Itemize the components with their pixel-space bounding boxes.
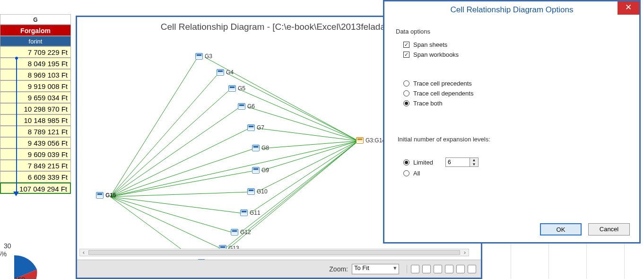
span-workbooks-option[interactable]: Span workbooks xyxy=(396,50,628,60)
node-g15[interactable]: G15 xyxy=(96,192,116,199)
cell-g9[interactable]: 10 148 985 Ft xyxy=(0,114,71,126)
svg-line-27 xyxy=(110,141,358,197)
column-subtitle-forint: forint xyxy=(0,36,71,46)
spreadsheet-column: G Forgalom forint 7 709 229 Ft 8 049 195… xyxy=(0,14,71,194)
trace-dependents-option[interactable]: Trace cell dependents xyxy=(396,88,628,98)
spin-up-icon[interactable]: ▲ xyxy=(470,158,478,162)
node-label: G4 xyxy=(226,69,234,76)
dialog-titlebar[interactable]: Cell Relationship Diagram Options ✕ xyxy=(384,1,639,18)
cancel-button[interactable]: Cancel xyxy=(588,223,630,235)
close-button[interactable]: ✕ xyxy=(618,1,639,15)
node-g10[interactable]: G10 xyxy=(247,188,268,195)
svg-line-13 xyxy=(110,197,221,249)
zoom-select[interactable]: To Fit ▾ xyxy=(352,264,399,274)
trace-precedent-arrowhead xyxy=(13,192,19,196)
svg-line-24 xyxy=(240,141,358,233)
option-label: Limited xyxy=(413,159,433,166)
node-g5[interactable]: G5 xyxy=(228,85,245,92)
cell-g13[interactable]: 7 849 215 Ft xyxy=(0,160,71,171)
zoom-label: Zoom: xyxy=(329,265,348,273)
radio-icon[interactable] xyxy=(403,80,409,87)
cell-icon xyxy=(252,167,260,174)
cell-icon xyxy=(252,145,260,151)
svg-line-9 xyxy=(110,171,254,197)
cell-g15-sum[interactable]: 107 049 294 Ft xyxy=(0,183,71,194)
diagram-toolbar xyxy=(407,265,476,273)
node-g11[interactable]: G11 xyxy=(240,209,261,216)
node-g6[interactable]: G6 xyxy=(238,103,255,110)
diagram-status-bar: Zoom: To Fit ▾ xyxy=(77,260,481,278)
radio-icon[interactable] xyxy=(403,159,409,166)
svg-line-14 xyxy=(110,197,200,253)
cell-g10[interactable]: 8 789 121 Ft xyxy=(0,126,71,137)
svg-line-6 xyxy=(110,107,240,197)
cell-g5[interactable]: 8 969 103 Ft xyxy=(0,69,71,80)
horizontal-scrollbar[interactable]: ‹ › xyxy=(79,249,469,256)
node-label: G12 xyxy=(240,229,251,235)
cell-g11[interactable]: 9 439 056 Ft xyxy=(0,137,71,148)
cell-g7[interactable]: 9 659 034 Ft xyxy=(0,92,71,103)
checkbox-icon[interactable] xyxy=(403,52,409,58)
svg-line-22 xyxy=(257,141,358,192)
tree-icon[interactable] xyxy=(422,265,431,273)
cell-g4[interactable]: 8 049 195 Ft xyxy=(0,58,71,69)
pie-chart-peek: 30 5% 159 xyxy=(0,236,52,279)
cell-g8[interactable]: 10 298 970 Ft xyxy=(0,103,71,114)
node-label: G6 xyxy=(247,103,255,110)
node-g9[interactable]: G9 xyxy=(252,167,269,174)
column-letter[interactable]: G xyxy=(0,14,71,25)
node-range-g3g14[interactable]: G3:G14 xyxy=(356,137,385,144)
node-g4[interactable]: G4 xyxy=(217,69,234,76)
cell-icon xyxy=(238,103,245,110)
dialog-body: Data options Span sheets Span workbooks … xyxy=(384,18,639,188)
span-sheets-option[interactable]: Span sheets xyxy=(396,40,628,50)
cell-icon xyxy=(247,124,255,131)
expansion-level-input[interactable] xyxy=(446,158,470,166)
cell-icon xyxy=(240,209,248,216)
trace-both-option[interactable]: Trace both xyxy=(396,98,628,108)
spin-down-icon[interactable]: ▼ xyxy=(470,162,478,166)
radio-icon[interactable] xyxy=(403,90,409,96)
limited-option[interactable]: Limited ▲ ▼ xyxy=(396,156,628,168)
checkbox-icon[interactable] xyxy=(403,42,409,48)
cell-icon xyxy=(247,188,255,195)
cell-g14[interactable]: 6 609 339 Ft xyxy=(0,171,71,183)
cell-g12[interactable]: 9 609 039 Ft xyxy=(0,148,71,160)
cell-g3[interactable]: 7 709 229 Ft xyxy=(0,46,71,58)
close-icon: ✕ xyxy=(625,3,632,12)
search-icon[interactable] xyxy=(434,265,442,273)
svg-line-20 xyxy=(261,141,358,148)
node-g7[interactable]: G7 xyxy=(247,124,264,131)
option-label: All xyxy=(413,170,420,177)
svg-line-11 xyxy=(110,197,243,213)
node-label: G5 xyxy=(238,85,245,92)
layout-icon[interactable] xyxy=(411,265,419,273)
scroll-right-arrow-icon[interactable]: › xyxy=(461,249,469,256)
refresh-icon[interactable] xyxy=(456,265,465,273)
ok-button[interactable]: OK xyxy=(540,223,582,235)
node-g3[interactable]: G3 xyxy=(195,53,212,60)
svg-text:159: 159 xyxy=(14,276,26,279)
all-option[interactable]: All xyxy=(396,168,628,178)
trace-precedents-option[interactable]: Trace cell precedents xyxy=(396,78,628,88)
scroll-thumb[interactable] xyxy=(88,250,460,255)
expansion-level-spinner[interactable]: ▲ ▼ xyxy=(445,157,479,167)
cell-icon xyxy=(217,69,224,76)
cell-icon xyxy=(231,229,238,235)
node-label: G7 xyxy=(257,124,264,131)
option-label: Trace cell precedents xyxy=(413,80,472,87)
cell-relationship-options-dialog: Cell Relationship Diagram Options ✕ Data… xyxy=(383,0,641,244)
range-icon xyxy=(356,137,364,144)
print-icon[interactable] xyxy=(445,265,453,273)
svg-text:5%: 5% xyxy=(0,250,7,258)
cell-g6[interactable]: 9 919 008 Ft xyxy=(0,80,71,92)
scroll-left-arrow-icon[interactable]: ‹ xyxy=(80,249,87,256)
svg-line-4 xyxy=(110,73,219,197)
svg-text:30: 30 xyxy=(4,242,11,250)
stop-icon[interactable] xyxy=(468,265,476,273)
node-g8[interactable]: G8 xyxy=(252,145,269,151)
radio-icon[interactable] xyxy=(403,170,409,176)
radio-icon[interactable] xyxy=(403,100,409,106)
node-label: G3 xyxy=(205,53,212,60)
node-g12[interactable]: G12 xyxy=(231,229,251,235)
